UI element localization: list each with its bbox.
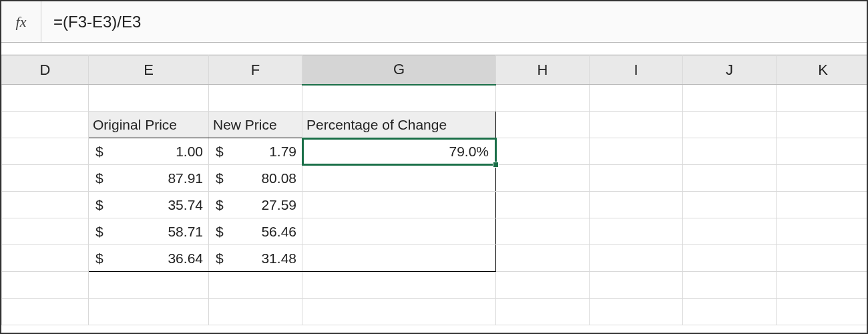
currency-symbol: $: [95, 170, 103, 186]
cell-D1[interactable]: [2, 85, 89, 112]
cell-D6[interactable]: [2, 218, 89, 245]
cell-G9[interactable]: [302, 299, 496, 325]
value: 1.79: [269, 144, 296, 160]
cell-I2[interactable]: [590, 112, 683, 138]
fill-handle[interactable]: [493, 162, 499, 168]
cell-H7[interactable]: [496, 245, 590, 272]
cell-H5[interactable]: [496, 192, 590, 218]
cell-K2[interactable]: [777, 112, 869, 138]
cell-I5[interactable]: [590, 192, 683, 218]
cell-I8[interactable]: [590, 272, 683, 299]
formula-input[interactable]: [41, 1, 867, 42]
cell-J6[interactable]: [683, 218, 777, 245]
cell-F1[interactable]: [209, 85, 302, 112]
cell-F4[interactable]: $80.08: [209, 165, 302, 192]
spacer: [1, 43, 867, 55]
cell-G6[interactable]: [302, 218, 496, 245]
cell-E3[interactable]: $1.00: [89, 138, 209, 165]
cell-G4[interactable]: [302, 165, 496, 192]
cell-J5[interactable]: [683, 192, 777, 218]
cell-K3[interactable]: [777, 138, 869, 165]
cell-H2[interactable]: [496, 112, 590, 138]
cell-G3[interactable]: 79.0%: [302, 138, 496, 165]
cell-F9[interactable]: [209, 299, 302, 325]
cell-J8[interactable]: [683, 272, 777, 299]
cell-J7[interactable]: [683, 245, 777, 272]
cell-J3[interactable]: [683, 138, 777, 165]
col-header-F[interactable]: F: [209, 55, 302, 85]
cell-J9[interactable]: [683, 299, 777, 325]
cell-G5[interactable]: [302, 192, 496, 218]
cell-I3[interactable]: [590, 138, 683, 165]
cell-E6[interactable]: $58.71: [89, 218, 209, 245]
cell-D9[interactable]: [2, 299, 89, 325]
cell-F5[interactable]: $27.59: [209, 192, 302, 218]
currency-symbol: $: [216, 170, 224, 186]
cell-E7[interactable]: $36.64: [89, 245, 209, 272]
column-headers-row: D E F G H I J K: [2, 55, 869, 85]
cell-I9[interactable]: [590, 299, 683, 325]
cell-K6[interactable]: [777, 218, 869, 245]
cell-I6[interactable]: [590, 218, 683, 245]
cell-I7[interactable]: [590, 245, 683, 272]
cell-F3[interactable]: $1.79: [209, 138, 302, 165]
formula-bar: fx: [1, 1, 867, 43]
row-9: [2, 299, 869, 325]
cell-D7[interactable]: [2, 245, 89, 272]
row-8: [2, 272, 869, 299]
col-header-H[interactable]: H: [496, 55, 590, 85]
cell-D2[interactable]: [2, 112, 89, 138]
value: 36.64: [168, 251, 203, 267]
cell-G8[interactable]: [302, 272, 496, 299]
fx-icon[interactable]: fx: [1, 1, 41, 42]
cell-H9[interactable]: [496, 299, 590, 325]
cell-K7[interactable]: [777, 245, 869, 272]
col-header-E[interactable]: E: [89, 55, 209, 85]
cell-G1[interactable]: [302, 85, 496, 112]
cell-D8[interactable]: [2, 272, 89, 299]
cell-E2[interactable]: Original Price: [89, 112, 209, 138]
value: 56.46: [261, 224, 296, 240]
col-header-D[interactable]: D: [2, 55, 89, 85]
cell-K4[interactable]: [777, 165, 869, 192]
cell-K8[interactable]: [777, 272, 869, 299]
cell-E5[interactable]: $35.74: [89, 192, 209, 218]
cell-E8[interactable]: [89, 272, 209, 299]
cell-D3[interactable]: [2, 138, 89, 165]
cell-E9[interactable]: [89, 299, 209, 325]
cell-E1[interactable]: [89, 85, 209, 112]
cell-D5[interactable]: [2, 192, 89, 218]
row-1: [2, 85, 869, 112]
cell-D4[interactable]: [2, 165, 89, 192]
cell-J1[interactable]: [683, 85, 777, 112]
cell-H8[interactable]: [496, 272, 590, 299]
cell-I1[interactable]: [590, 85, 683, 112]
cell-H3[interactable]: [496, 138, 590, 165]
spreadsheet-grid[interactable]: D E F G H I J K: [1, 55, 867, 325]
cell-H4[interactable]: [496, 165, 590, 192]
cell-G2[interactable]: Percentage of Change: [302, 112, 496, 138]
cell-F2[interactable]: New Price: [209, 112, 302, 138]
cell-F8[interactable]: [209, 272, 302, 299]
cell-J4[interactable]: [683, 165, 777, 192]
cell-F6[interactable]: $56.46: [209, 218, 302, 245]
cell-E4[interactable]: $87.91: [89, 165, 209, 192]
cell-F7[interactable]: $31.48: [209, 245, 302, 272]
cell-K9[interactable]: [777, 299, 869, 325]
currency-symbol: $: [216, 251, 224, 267]
cell-I4[interactable]: [590, 165, 683, 192]
cell-H1[interactable]: [496, 85, 590, 112]
col-header-K[interactable]: K: [777, 55, 869, 85]
col-header-I[interactable]: I: [590, 55, 683, 85]
col-header-G[interactable]: G: [302, 55, 496, 85]
row-2: Original Price New Price Percentage of C…: [2, 112, 869, 138]
row-7: $36.64 $31.48: [2, 245, 869, 272]
cell-G7[interactable]: [302, 245, 496, 272]
col-header-J[interactable]: J: [683, 55, 777, 85]
cell-K1[interactable]: [777, 85, 869, 112]
cell-J2[interactable]: [683, 112, 777, 138]
cell-K5[interactable]: [777, 192, 869, 218]
cell-H6[interactable]: [496, 218, 590, 245]
currency-symbol: $: [95, 197, 103, 213]
currency-symbol: $: [216, 224, 224, 240]
